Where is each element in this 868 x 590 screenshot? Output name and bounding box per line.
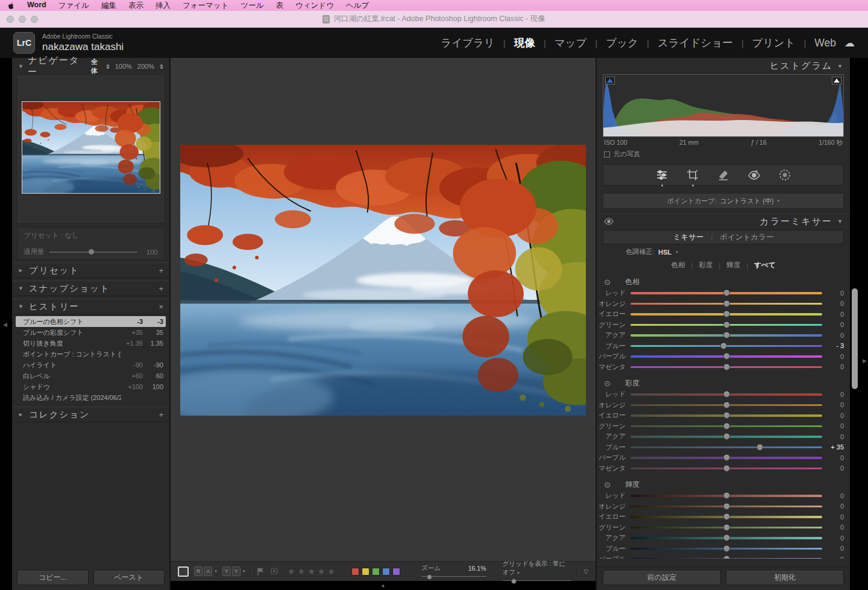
crop-tool-icon[interactable] [685,168,700,182]
red-eye-tool-icon[interactable] [747,168,761,182]
channel-tab-1[interactable]: 彩度 [699,261,712,270]
slider-track[interactable] [631,341,822,350]
color-label-swatch-4[interactable] [392,568,400,576]
slider-thumb[interactable] [723,556,730,559]
chevron-down-icon[interactable]: ▾ [243,569,245,574]
grid-slider-thumb[interactable] [511,579,517,584]
chevron-down-icon[interactable]: ▾ [778,198,780,203]
module-6[interactable]: Web [814,37,836,49]
slider-thumb[interactable] [723,433,730,440]
nav-zoom-200-option[interactable]: 200% [137,63,154,70]
slider-track[interactable] [631,289,822,297]
zoom-slider-thumb[interactable] [427,574,432,580]
paste-settings-button[interactable]: ペースト [93,570,165,585]
slider-thumb[interactable] [723,322,730,328]
nav-zoom-updown-icon[interactable] [160,64,163,69]
collapse-triangle-icon[interactable]: ▼ [18,285,24,291]
tab-point-color[interactable]: ポイントカラー [720,232,773,243]
reject-flag-icon[interactable] [269,567,278,576]
panel-visibility-eye-icon[interactable] [604,218,614,225]
compare-view-buttons[interactable]: RA▾ [194,566,217,576]
slider-track[interactable] [631,411,822,420]
slider-thumb[interactable] [723,412,730,419]
color-label-swatch-1[interactable] [362,568,370,576]
nav-fit-option[interactable]: 全体 [91,57,101,75]
zoom-slider[interactable] [421,574,486,579]
star-icon[interactable]: ★ [288,566,298,576]
add-preset-button[interactable]: + [159,266,163,275]
tab-mixer[interactable]: ミキサー [673,232,703,243]
cloud-sync-icon[interactable]: ☁ [844,37,855,49]
menubar-item-3[interactable]: 表示 [128,1,143,11]
previous-settings-button[interactable]: 前の設定 [603,570,721,585]
toolbar-options-button[interactable]: ▽ [583,568,588,575]
slider-track[interactable] [631,443,822,451]
slider-thumb[interactable] [723,332,730,338]
menubar-item-6[interactable]: ツール [241,1,263,11]
channel-tab-2[interactable]: 輝度 [726,261,740,270]
channel-tab-0[interactable]: 色相 [671,261,685,270]
grid-label[interactable]: グリッドを表示 : 常にオフ ▾ [503,560,572,577]
right-panel-scrollbar[interactable] [852,288,858,389]
slider-track[interactable] [631,422,822,430]
apple-menu-icon[interactable] [7,2,15,10]
slider-track[interactable] [631,502,822,510]
collapse-triangle-icon[interactable]: ▼ [837,218,843,224]
left-panel-collapse-gutter[interactable]: ◀ [0,58,12,590]
slider-track[interactable] [631,433,822,441]
add-collection-button[interactable]: + [159,410,163,419]
snapshots-section-header[interactable]: ▼ スナップショット + [12,281,169,296]
shadow-clipping-indicator[interactable] [605,77,615,84]
nav-zoom-100-option[interactable]: 100% [115,63,132,70]
slider-track[interactable] [631,401,822,409]
slider-thumb[interactable] [723,364,730,370]
filmstrip-reveal-arrow-icon[interactable]: ▲ [381,583,386,588]
slider-track[interactable] [631,363,822,371]
histogram-header[interactable]: ヒストグラム ▼ [597,58,850,74]
presets-section-header[interactable]: ► プリセット + [12,262,169,278]
loupe-view-button[interactable] [178,566,189,577]
collapse-right-arrow-icon[interactable]: ▶ [863,358,867,364]
basic-edit-tool-icon[interactable] [655,168,669,182]
slider-track[interactable] [631,464,822,472]
history-step-2[interactable]: 切り抜き角度+1.351.35 [16,338,166,349]
slider-thumb[interactable] [723,290,730,296]
compare-button-1[interactable]: A [204,566,212,576]
color-label-swatch-2[interactable] [372,568,380,576]
slider-thumb[interactable] [723,492,730,499]
slider-track[interactable] [631,492,822,500]
star-icon[interactable]: ★ [298,566,308,576]
slider-thumb[interactable] [723,513,730,520]
star-rating[interactable]: ★★★★★ [288,566,338,576]
main-photo[interactable] [180,145,586,416]
slider-thumb[interactable] [720,343,727,349]
slider-thumb[interactable] [723,545,730,552]
pick-flag-icon[interactable] [256,567,265,576]
collapse-triangle-icon[interactable]: ▼ [18,303,24,309]
minimize-window-button[interactable] [19,16,26,23]
menubar-item-5[interactable]: フォーマット [183,1,228,11]
module-5[interactable]: プリント [752,36,796,50]
history-step-4[interactable]: ハイライト-90-90 [16,360,166,370]
nav-fit-updown-icon[interactable] [106,64,110,69]
color-label-swatch-3[interactable] [382,568,390,576]
chevron-down-icon[interactable]: ▾ [676,250,678,255]
history-section-header[interactable]: ▼ ヒストリー × [12,299,169,314]
slider-track[interactable] [631,555,822,559]
menubar-item-0[interactable]: Word [27,1,46,11]
menubar-item-8[interactable]: ウィンドウ [295,1,334,11]
slider-thumb[interactable] [756,444,763,451]
slider-thumb[interactable] [723,524,730,531]
module-2[interactable]: マップ [555,36,587,50]
star-icon[interactable]: ★ [307,566,318,576]
history-step-5[interactable]: 白レベル+6060 [16,370,166,381]
highlight-clipping-indicator[interactable] [832,77,841,84]
color-mixer-header[interactable]: カラーミキサー ▼ [597,214,850,229]
reset-button[interactable]: 初期化 [726,570,844,585]
slider-track[interactable] [631,513,822,521]
collapse-triangle-icon[interactable]: ▼ [837,63,843,69]
star-icon[interactable]: ★ [327,566,338,576]
color-label-swatch-0[interactable] [351,568,359,576]
expand-triangle-icon[interactable]: ► [18,411,24,417]
history-step-0[interactable]: ブルーの色相シフト-3-3 [16,316,166,327]
